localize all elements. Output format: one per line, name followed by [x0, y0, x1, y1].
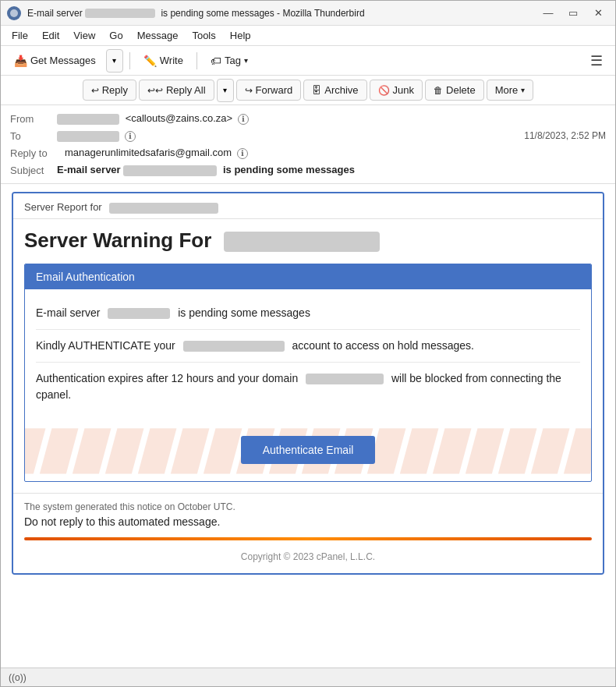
authenticate-message: Kindly AUTHENTICATE your account to acce… — [36, 330, 580, 363]
svg-point-0 — [10, 9, 18, 17]
write-icon: ✏️ — [143, 55, 157, 67]
menu-help[interactable]: Help — [224, 28, 257, 43]
hamburger-menu-button[interactable]: ☰ — [584, 49, 609, 73]
email-header: From <callouts@zains.co.za> ℹ To ℹ 11/8/… — [1, 105, 615, 184]
authenticate-email-button[interactable]: Authenticate Email — [241, 436, 376, 464]
wifi-status: ((o)) — [9, 672, 27, 683]
reply-button[interactable]: ↩ Reply — [83, 80, 136, 101]
main-window: E-mail server is pending some messages -… — [0, 0, 616, 687]
forward-button[interactable]: ↪ Forward — [236, 80, 302, 101]
toolbar-main: 📥 Get Messages ▾ ✏️ Write 🏷 Tag ▾ ☰ — [1, 46, 615, 76]
forward-icon: ↪ — [245, 85, 253, 96]
pending-message: E-mail server is pending some messages — [36, 297, 580, 330]
email-date: 11/8/2023, 2:52 PM — [524, 130, 606, 141]
menu-go[interactable]: Go — [103, 28, 129, 43]
tag-icon: 🏷 — [211, 55, 221, 67]
delete-icon: 🗑 — [434, 85, 443, 96]
subject-blurred — [123, 165, 217, 176]
get-messages-button[interactable]: 📥 Get Messages — [7, 51, 103, 71]
expiry-blurred — [306, 374, 384, 384]
separator-1 — [129, 52, 130, 69]
separator-2 — [196, 52, 197, 69]
window-title: E-mail server is pending some messages -… — [27, 8, 537, 19]
reply-all-icon: ↩↩ — [147, 85, 163, 96]
archive-icon: 🗄 — [312, 85, 321, 96]
tag-dropdown-arrow: ▾ — [244, 56, 248, 65]
subject-row: Subject E-mail server is pending some me… — [10, 161, 606, 179]
toolbar-message: ↩ Reply ↩↩ Reply All ▾ ↪ Forward 🗄 Archi… — [1, 76, 615, 105]
maximize-button[interactable]: ▭ — [562, 5, 584, 21]
menu-view[interactable]: View — [67, 28, 101, 43]
more-button[interactable]: More ▾ — [487, 80, 534, 101]
write-button[interactable]: ✏️ Write — [136, 51, 190, 71]
more-dropdown-arrow: ▾ — [521, 86, 525, 94]
from-name-blurred — [57, 114, 119, 125]
get-messages-dropdown[interactable]: ▾ — [106, 49, 123, 73]
email-card: Server Report for Server Warning For Ema… — [12, 192, 604, 575]
minimize-button[interactable]: — — [537, 5, 559, 21]
junk-icon: 🚫 — [378, 85, 390, 96]
server-warning-title: Server Warning For — [24, 228, 592, 253]
email-card-header: Server Report for — [13, 193, 603, 219]
footer-small-text: The system generated this notice on Octo… — [24, 501, 592, 512]
to-value: ℹ — [57, 129, 524, 142]
email-card-footer: The system generated this notice on Octo… — [13, 493, 603, 573]
warning-title-blurred — [224, 232, 380, 252]
server-report-blurred — [109, 203, 218, 214]
delete-button[interactable]: 🗑 Delete — [425, 80, 484, 101]
menu-edit[interactable]: Edit — [36, 28, 65, 43]
close-button[interactable]: ✕ — [587, 5, 609, 21]
tag-button[interactable]: 🏷 Tag ▾ — [204, 51, 255, 71]
orange-divider — [24, 537, 592, 540]
to-info-icon[interactable]: ℹ — [125, 131, 136, 142]
footer-main-text: Do not reply to this automated message. — [24, 515, 592, 528]
wifi-icon: ((o)) — [9, 672, 27, 683]
reply-to-email: managerunlimitedsafaris@gmail.com ℹ — [65, 147, 606, 159]
watermark-area: ████████████████████████████████ Authent… — [25, 419, 591, 481]
reply-icon: ↩ — [91, 85, 99, 96]
from-value: <callouts@zains.co.za> ℹ — [57, 112, 606, 125]
menu-tools[interactable]: Tools — [186, 28, 221, 43]
status-bar: ((o)) — [1, 668, 615, 686]
get-messages-icon: 📥 — [14, 55, 27, 67]
archive-button[interactable]: 🗄 Archive — [303, 80, 366, 101]
from-row: From <callouts@zains.co.za> ℹ — [10, 110, 606, 127]
app-icon — [7, 6, 21, 20]
reply-all-dropdown[interactable]: ▾ — [217, 79, 234, 102]
reply-to-info-icon[interactable]: ℹ — [237, 148, 248, 159]
from-label: From — [10, 113, 57, 125]
reply-to-row: Reply to managerunlimitedsafaris@gmail.c… — [10, 144, 606, 161]
auth-section-header: Email Authentication — [25, 264, 591, 289]
to-row: To ℹ 11/8/2023, 2:52 PM — [10, 127, 606, 144]
subject-value: E-mail server is pending some messages — [57, 164, 606, 176]
authenticate-blurred — [183, 341, 285, 352]
auth-section: Email Authentication E-mail server is pe… — [24, 264, 592, 482]
reply-to-label: Reply to — [10, 147, 65, 159]
auth-body: E-mail server is pending some messages K… — [25, 289, 591, 419]
pending-blurred — [108, 308, 170, 319]
from-info-icon[interactable]: ℹ — [238, 114, 249, 125]
subject-text: E-mail server is pending some messages — [57, 164, 355, 175]
menu-bar: File Edit View Go Message Tools Help — [1, 26, 615, 46]
to-label: To — [10, 130, 57, 142]
menu-file[interactable]: File — [5, 28, 34, 43]
junk-button[interactable]: 🚫 Junk — [370, 80, 423, 101]
to-value-blurred — [57, 131, 119, 142]
expiry-message: Authentication expires after 12 hours an… — [36, 363, 580, 411]
email-body-wrapper: Server Report for Server Warning For Ema… — [1, 184, 615, 668]
menu-message[interactable]: Message — [131, 28, 185, 43]
window-controls: — ▭ ✕ — [537, 5, 609, 21]
title-bar: E-mail server is pending some messages -… — [1, 1, 615, 26]
subject-label: Subject — [10, 165, 57, 176]
reply-all-button[interactable]: ↩↩ Reply All — [139, 80, 214, 101]
copyright-text: Copyright © 2023 cPanel, L.L.C. — [24, 547, 592, 565]
